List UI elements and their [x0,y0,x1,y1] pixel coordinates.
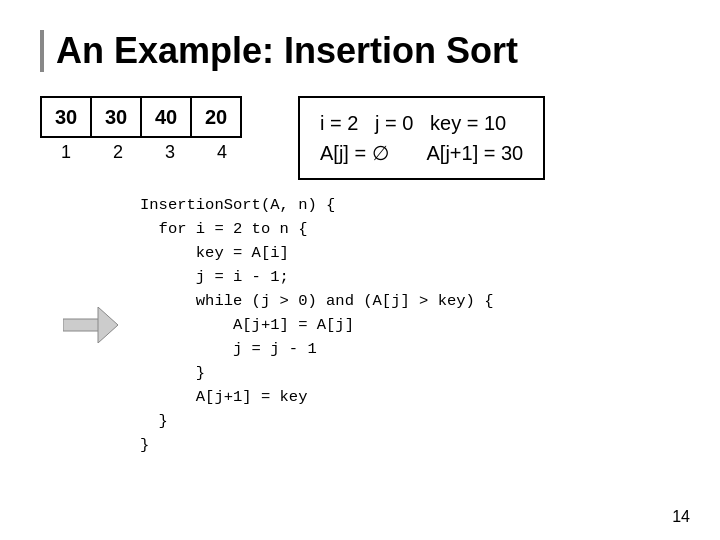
code-section: InsertionSort(A, n) { for i = 2 to n { k… [40,193,680,457]
svg-rect-0 [63,319,101,331]
slide-title: An Example: Insertion Sort [40,30,680,72]
array-container: 30 30 40 20 1 2 3 4 [40,96,248,163]
page-number: 14 [672,508,690,526]
array-cell-4: 20 [190,96,242,138]
info-line2: A[j] = ∅ A[j+1] = 30 [320,138,523,168]
svg-marker-1 [98,307,118,343]
index-1: 1 [40,142,92,163]
index-2: 2 [92,142,144,163]
index-3: 3 [144,142,196,163]
code-block: InsertionSort(A, n) { for i = 2 to n { k… [140,193,493,457]
array-cell-3: 40 [140,96,192,138]
array-indices: 1 2 3 4 [40,142,248,163]
info-line1: i = 2 j = 0 key = 10 [320,108,523,138]
arrow-icon [60,305,120,345]
array-cells: 30 30 40 20 [40,96,240,138]
index-4: 4 [196,142,248,163]
info-box: i = 2 j = 0 key = 10 A[j] = ∅ A[j+1] = 3… [298,96,545,180]
array-cell-2: 30 [90,96,142,138]
slide: An Example: Insertion Sort 30 30 40 20 1… [0,0,720,540]
array-cell-1: 30 [40,96,92,138]
